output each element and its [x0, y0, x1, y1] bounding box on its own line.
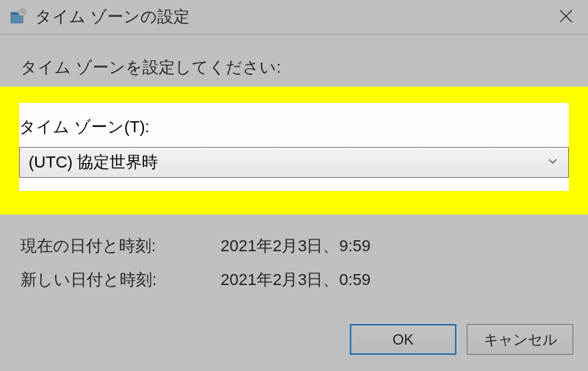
highlight-region: タイム ゾーン(T): (UTC) 協定世界時 [0, 87, 588, 215]
timezone-label: タイム ゾーン(T): [19, 116, 569, 138]
button-row: OK キャンセル [350, 324, 573, 355]
new-datetime-row: 新しい日付と時刻: 2021年2月3日、0:59 [21, 269, 370, 291]
chevron-down-icon [548, 156, 558, 169]
close-button[interactable] [544, 0, 588, 35]
ok-button-label: OK [392, 331, 414, 348]
ok-button[interactable]: OK [350, 324, 456, 355]
timezone-select[interactable]: (UTC) 協定世界時 [19, 147, 569, 178]
current-datetime-label: 現在の日付と時刻: [21, 235, 220, 257]
close-icon [559, 9, 573, 26]
new-datetime-value: 2021年2月3日、0:59 [220, 269, 370, 291]
cancel-button[interactable]: キャンセル [467, 324, 573, 355]
new-datetime-label: 新しい日付と時刻: [21, 269, 220, 291]
timezone-section: タイム ゾーン(T): (UTC) 協定世界時 [19, 103, 569, 191]
timezone-selected-value: (UTC) 協定世界時 [29, 151, 158, 173]
content-area: タイム ゾーンを設定してください: [0, 35, 588, 79]
timezone-settings-icon [9, 7, 28, 26]
dialog-window: タイム ゾーンの設定 タイム ゾーンを設定してください: タイム ゾーン(T):… [0, 0, 588, 371]
current-datetime-value: 2021年2月3日、9:59 [220, 235, 370, 257]
current-datetime-row: 現在の日付と時刻: 2021年2月3日、9:59 [21, 235, 370, 257]
window-title: タイム ゾーンの設定 [35, 6, 190, 28]
instruction-text: タイム ゾーンを設定してください: [21, 57, 567, 79]
datetime-section: 現在の日付と時刻: 2021年2月3日、9:59 新しい日付と時刻: 2021年… [21, 235, 370, 303]
titlebar: タイム ゾーンの設定 [0, 0, 588, 35]
cancel-button-label: キャンセル [484, 330, 557, 350]
